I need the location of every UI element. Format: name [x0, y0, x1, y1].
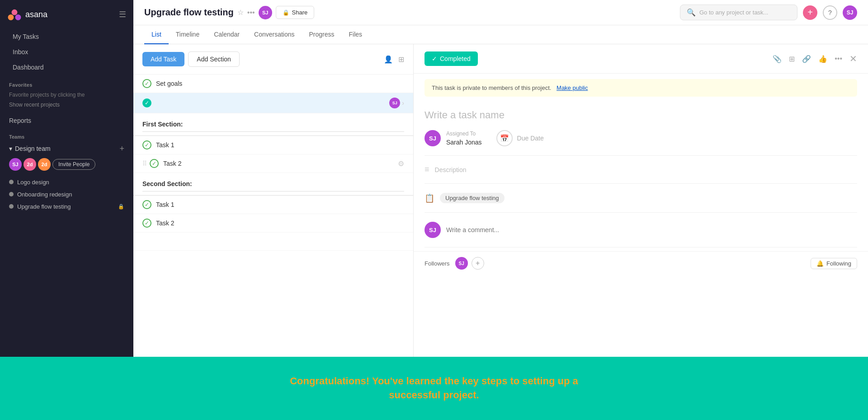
check-circle[interactable]: ✓: [142, 219, 151, 228]
task-row-highlighted[interactable]: ✓ SJ ›: [133, 93, 413, 113]
sidebar: asana ☰ My Tasks Inbox Dashboard Favorit…: [0, 0, 133, 357]
task-name-input[interactable]: Write a task name: [425, 109, 857, 121]
tab-progress[interactable]: Progress: [302, 25, 342, 44]
sidebar-item-dashboard[interactable]: Dashboard: [4, 60, 130, 75]
description-area[interactable]: ≡ Description: [414, 159, 868, 180]
project-item-upgrade-flow[interactable]: Upgrade flow testing 🔒: [0, 201, 133, 213]
attachment-icon[interactable]: 📎: [773, 55, 782, 63]
link-icon[interactable]: 🔗: [802, 55, 811, 63]
task-row-second-task2[interactable]: ✓ Task 2: [133, 214, 413, 233]
create-button[interactable]: +: [803, 5, 817, 20]
project-title-area: Upgrade flow testing ☆ ••• SJ 🔒 Share: [144, 6, 314, 19]
project-item-logo-design[interactable]: Logo design: [0, 176, 133, 188]
favorites-note: Favorite projects by clicking the: [0, 89, 133, 100]
avatar-2d-orange: 2d: [38, 158, 51, 171]
share-button[interactable]: 🔒 Share: [276, 6, 315, 19]
private-notice: This task is private to members of this …: [425, 79, 857, 97]
show-recent-link[interactable]: Show recent projects: [0, 100, 133, 113]
user-avatar-top[interactable]: SJ: [843, 5, 857, 20]
followers-label: Followers: [425, 260, 450, 267]
lock-icon: 🔒: [118, 204, 124, 210]
task-row-second-task1[interactable]: ✓ Task 1: [133, 196, 413, 214]
section-first: First Section:: [133, 113, 413, 136]
tab-list[interactable]: List: [144, 25, 169, 44]
bottom-banner: Congratulations! You've learned the key …: [0, 357, 868, 420]
sidebar-item-reports[interactable]: Reports: [0, 113, 133, 128]
check-circle-highlighted[interactable]: ✓: [142, 98, 151, 107]
task-name: Task 2: [163, 160, 398, 167]
assignee-field[interactable]: SJ Assigned To Sarah Jonas: [425, 130, 482, 146]
check-circle-set-goals[interactable]: ✓: [142, 79, 151, 88]
sidebar-toggle-icon[interactable]: ☰: [119, 9, 126, 19]
task-row-empty[interactable]: [133, 233, 413, 251]
task-row-first-task1[interactable]: ✓ Task 1: [133, 136, 413, 154]
avatar-sj: SJ: [9, 158, 22, 171]
project-name: Upgrade flow testing: [17, 203, 71, 210]
completed-button[interactable]: ✓ Completed: [425, 51, 478, 66]
design-team-name: ▾ Design team: [9, 145, 51, 152]
make-public-link[interactable]: Make public: [557, 84, 588, 91]
sidebar-item-my-tasks[interactable]: My Tasks: [4, 29, 130, 44]
add-follower-button[interactable]: +: [472, 257, 484, 270]
task-name: Task 1: [156, 141, 404, 149]
invite-people-button[interactable]: Invite People: [52, 159, 95, 170]
task-name: Task 2: [156, 219, 404, 227]
gear-icon[interactable]: ⚙: [398, 159, 404, 168]
asana-logo-icon: [7, 7, 22, 22]
project-name: Logo design: [17, 179, 49, 186]
assigned-to-label: Assigned To: [446, 131, 482, 137]
due-date-field[interactable]: 📅 Due Date: [496, 130, 544, 146]
project-item-onboarding[interactable]: Onboarding redesign: [0, 188, 133, 201]
tab-calendar[interactable]: Calendar: [207, 25, 247, 44]
check-circle[interactable]: ✓: [142, 200, 151, 209]
svg-point-1: [8, 14, 14, 20]
check-icon-white: ✓: [145, 100, 149, 106]
assignee-avatar: SJ: [425, 130, 441, 146]
main-content: Upgrade flow testing ☆ ••• SJ 🔒 Share 🔍 …: [133, 0, 868, 357]
help-button[interactable]: ?: [823, 5, 837, 20]
sidebar-item-inbox[interactable]: Inbox: [4, 45, 130, 59]
asana-logo: asana: [7, 7, 47, 22]
add-team-member-icon[interactable]: +: [119, 144, 124, 154]
task-list-toolbar: Add Task Add Section 👤 ⊞: [133, 44, 413, 75]
comment-input[interactable]: [446, 226, 857, 233]
teams-label: Teams: [0, 128, 133, 141]
project-tag-icon: 📋: [425, 193, 434, 203]
detail-header: ✓ Completed 📎 ⊞ 🔗 👍 ••• ✕: [414, 44, 868, 74]
like-icon[interactable]: 👍: [818, 55, 827, 63]
top-right-actions: 🔍 Go to any project or task... + ? SJ: [680, 5, 857, 20]
drag-handle-icon[interactable]: ⠿: [142, 160, 147, 167]
project-name: Onboarding redesign: [17, 191, 72, 198]
filter-icon[interactable]: ⊞: [398, 55, 404, 64]
project-tag-area: 📋 Upgrade flow testing: [414, 187, 868, 209]
check-circle[interactable]: ✓: [150, 159, 159, 168]
divider-2: [425, 183, 857, 184]
add-section-button[interactable]: Add Section: [188, 51, 240, 67]
more-options-icon[interactable]: •••: [247, 9, 255, 17]
tab-files[interactable]: Files: [342, 25, 370, 44]
design-team-header[interactable]: ▾ Design team +: [0, 141, 133, 156]
section-title-first: First Section:: [142, 121, 404, 132]
copy-icon[interactable]: ⊞: [789, 55, 795, 63]
task-name: Task 1: [156, 201, 404, 208]
tab-conversations[interactable]: Conversations: [247, 25, 302, 44]
search-bar[interactable]: 🔍 Go to any project or task...: [680, 5, 797, 20]
more-icon[interactable]: •••: [835, 55, 842, 63]
svg-point-0: [12, 9, 18, 15]
person-icon[interactable]: 👤: [384, 55, 393, 64]
task-row-first-task2[interactable]: ⠿ ✓ Task 2 ⚙ ↖: [133, 154, 413, 173]
tab-timeline[interactable]: Timeline: [169, 25, 207, 44]
task-row-set-goals[interactable]: ✓ Set goals: [133, 75, 413, 93]
project-dot: [9, 180, 14, 184]
project-tag[interactable]: Upgrade flow testing: [440, 193, 505, 203]
close-button[interactable]: ✕: [849, 53, 857, 64]
search-icon: 🔍: [687, 8, 696, 17]
check-circle[interactable]: ✓: [142, 140, 151, 149]
divider-4: [425, 247, 857, 247]
following-button[interactable]: 🔔 Following: [811, 258, 857, 269]
divider: [425, 155, 857, 156]
add-task-button[interactable]: Add Task: [142, 52, 184, 66]
star-icon[interactable]: ☆: [237, 8, 244, 17]
section-second: Second Section:: [133, 173, 413, 196]
following-label: Following: [826, 260, 851, 267]
